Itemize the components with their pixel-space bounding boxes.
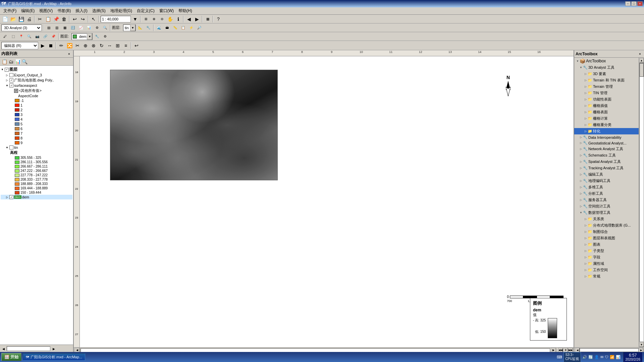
btn-b5[interactable]: 📷 <box>34 33 41 40</box>
toolbox-fields[interactable]: ▷ 📁 字段 <box>574 254 639 260</box>
menu-help[interactable]: 帮助(H) <box>176 7 194 14</box>
cb-dwg[interactable] <box>9 78 13 82</box>
btn-a13[interactable]: 📏 <box>171 24 179 32</box>
toolbox-dist-geodata[interactable]: ▷ 📁 分布式地理数据库 (G... <box>574 222 639 229</box>
editor-modify[interactable]: ✂ <box>74 42 81 49</box>
menu-bookmarks[interactable]: 书签(B) <box>55 7 73 14</box>
toolbox-raster-surface[interactable]: ▷ 📁 栅格表面 <box>574 109 639 115</box>
menu-file[interactable]: 文件(F) <box>1 7 18 14</box>
redo-button[interactable]: ↪ <box>79 15 87 23</box>
toolbox-data-mgmt[interactable]: ▼ 🔧 数据管理工具 <box>574 209 639 216</box>
layer-dem[interactable]: ▷ dem dem <box>1 195 72 199</box>
layer-surface[interactable]: ▼ surfaceaspect <box>1 83 72 88</box>
scroll-thumb-handle[interactable] <box>640 63 644 77</box>
editor-pen[interactable]: ✏ <box>58 42 65 49</box>
btn-a12[interactable]: 🏔 <box>163 24 171 32</box>
toolbox-controls[interactable]: × <box>637 51 643 57</box>
cut-button[interactable]: ✂ <box>36 15 44 23</box>
toolbox-root[interactable]: ▼ 📦 ArcToolbox <box>574 58 639 64</box>
list-view-btn1[interactable]: 📋 <box>1 59 7 65</box>
editor-merge[interactable]: ⊗ <box>90 42 97 49</box>
list-view-btn2[interactable]: 🗂 <box>8 59 14 65</box>
layer-tin[interactable]: ▼ tin <box>1 145 72 150</box>
taskbar-arcmap-item[interactable]: 🗺 广阳岛GIS分析.mxd - ArcMap... <box>23 353 85 361</box>
list-view-btn3[interactable]: 📊 <box>15 59 21 65</box>
editor-undo[interactable]: ↩ <box>133 42 140 49</box>
editor-dropdown[interactable]: 编辑器 (R) <box>1 42 38 49</box>
print-button[interactable]: 🖨 <box>25 15 33 23</box>
analyst-dropdown[interactable]: 3D Analyst (3) <box>1 24 42 31</box>
minimize-button[interactable]: − <box>625 1 631 6</box>
scroll-down-btn[interactable]: ▼ <box>639 342 644 347</box>
btn-b3[interactable]: 📍 <box>17 33 25 40</box>
menu-view[interactable]: 视图(V) <box>37 7 55 14</box>
identify-button[interactable]: ℹ <box>174 15 182 23</box>
scroll-thumb[interactable] <box>639 63 644 342</box>
btn-a7[interactable]: ⚙ <box>93 24 101 32</box>
btn-a3[interactable]: ▦ <box>61 24 68 32</box>
editor-move[interactable]: ↔ <box>106 42 113 49</box>
toolbox-tin-mgmt[interactable]: ▷ 📁 TIN 管理 <box>574 90 639 96</box>
btn-b9[interactable]: ⚙ <box>101 33 109 40</box>
copy-button[interactable]: 📋 <box>44 15 52 23</box>
cb-export[interactable] <box>9 73 13 77</box>
menu-customize[interactable]: 自定义(C) <box>135 7 157 14</box>
btn-a15[interactable]: ⚡ <box>187 24 195 32</box>
toolbox-3d-analyst[interactable]: ▼ 🔧 3D Analyst 工具 <box>574 64 639 71</box>
scroll-left[interactable]: ◀ <box>1 346 6 352</box>
cb-surface[interactable] <box>9 83 13 87</box>
zoom-in-button[interactable]: ⊕ <box>150 15 158 23</box>
new-button[interactable]: 📄 <box>1 15 9 23</box>
editor-rotate[interactable]: ↻ <box>98 42 105 49</box>
layer-other-vals[interactable]: <其他所有值> <box>1 88 72 94</box>
toolbox-terrain-mgmt[interactable]: ▷ 📁 Terrain 管理 <box>574 83 639 90</box>
toolbox-network[interactable]: ▷ 🔧 Network Analyst 工具 <box>574 146 639 152</box>
btn-b8[interactable]: 🔧 <box>93 33 101 40</box>
layer-aspectcode[interactable]: AspectCode <box>1 94 72 98</box>
btn-a16[interactable]: 🔎 <box>196 24 203 32</box>
btn-a14[interactable]: 📋 <box>179 24 187 32</box>
btn-b4[interactable]: 🔍 <box>25 33 33 40</box>
editor-play[interactable]: ▶ <box>39 42 46 49</box>
btn-b6[interactable]: 🔗 <box>42 33 49 40</box>
paste-button[interactable]: 📌 <box>52 15 60 23</box>
toolbox-data-interop[interactable]: ▷ 🔧 Data Interoperability <box>574 134 639 140</box>
toolbox-domains[interactable]: ▷ 📁 属性域 <box>574 260 639 267</box>
zoom-out-button[interactable]: ⊖ <box>158 15 166 23</box>
toolbox-terrain-tin[interactable]: ▷ 📁 Terrain 和 TIN 表面 <box>574 77 639 83</box>
map-viewport[interactable]: N 0 <box>80 56 574 347</box>
start-button[interactable]: 🪟 开始 <box>1 353 21 361</box>
editor-split[interactable]: ⊕ <box>82 42 89 49</box>
btn-a2[interactable]: ▥ <box>53 24 60 32</box>
toolbox-raster-reclass[interactable]: ▷ 📁 栅格重分类 <box>574 122 639 128</box>
btn-a1[interactable]: ▤ <box>45 24 52 32</box>
toolbox-close[interactable]: × <box>637 51 643 57</box>
select-feature[interactable]: ▦ <box>204 15 211 23</box>
toolbox-schematics[interactable]: ▷ 🔧 Schematics 工具 <box>574 152 639 159</box>
scroll-up-btn[interactable]: ▲ <box>639 58 644 63</box>
cb-tin[interactable] <box>9 145 13 149</box>
back-button[interactable]: ◀ <box>185 15 193 23</box>
toolbox-geocode[interactable]: ▷ 🔧 地理编码工具 <box>574 178 639 184</box>
hscroll-track[interactable] <box>7 346 50 351</box>
layer-export[interactable]: ▷ Export_Output_3 <box>1 73 72 77</box>
maximize-button[interactable]: □ <box>631 1 637 6</box>
hscroll-track[interactable] <box>80 348 550 352</box>
layer-group-main[interactable]: ▼ 图层 <box>1 66 72 73</box>
toolbox-workspace[interactable]: ▷ 📁 工作空间 <box>574 267 639 273</box>
btn-a5[interactable]: 📈 <box>77 24 85 32</box>
layer-dwg[interactable]: ▷ 广阳岛地形图.dwg Poly.. <box>1 77 72 83</box>
scroll-right[interactable]: ▶ <box>51 346 56 352</box>
menu-selection[interactable]: 选择(S) <box>90 7 108 14</box>
layer-dropdown-arrow-1[interactable]: ▼ <box>130 24 136 31</box>
btn-a4[interactable]: 🔢 <box>69 24 76 32</box>
menu-edit[interactable]: 编辑(E) <box>19 7 37 14</box>
toolbox-raster-interp[interactable]: ▷ 📁 栅格插值 <box>574 103 639 109</box>
delete-button[interactable]: 🗑 <box>60 15 68 23</box>
toolbox-geostat[interactable]: ▷ 🔧 Geostatistical Analyst... <box>574 140 639 146</box>
btn-a10[interactable]: 🔧 <box>145 24 152 32</box>
toolbox-raster-calc[interactable]: ▷ 📁 栅格计算 <box>574 115 639 122</box>
editor-attr[interactable]: ≡ <box>122 42 129 49</box>
menu-insert[interactable]: 插入(I) <box>73 7 89 14</box>
menu-geoprocessing[interactable]: 地理处理(G) <box>108 7 134 14</box>
